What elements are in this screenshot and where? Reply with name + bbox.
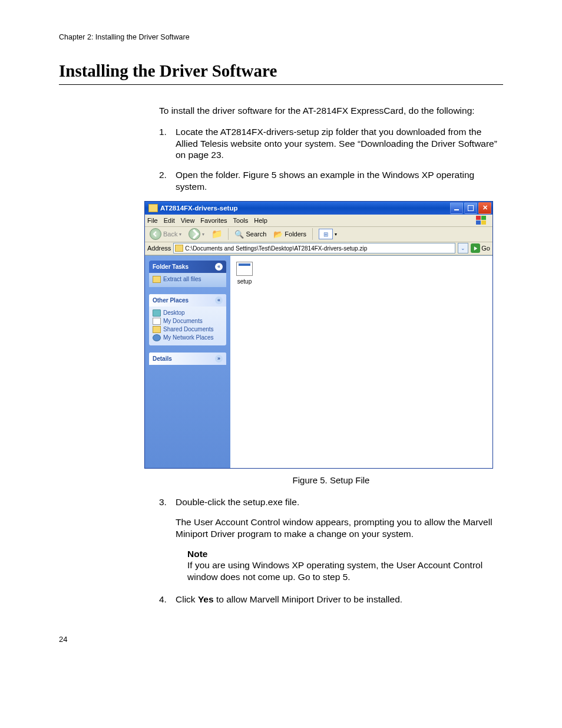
step-number: 1.: [159, 126, 176, 161]
details-header[interactable]: Details »: [149, 353, 226, 365]
other-places-header[interactable]: Other Places «: [149, 294, 226, 307]
setup-file[interactable]: setup: [236, 262, 253, 285]
step-1: 1. Locate the AT2814FX-drivers-setup zip…: [159, 126, 503, 161]
extract-label: Extract all files: [163, 276, 201, 282]
back-label: Back: [163, 230, 177, 238]
step-2: 2. Open the folder. Figure 5 shows an ex…: [159, 169, 503, 193]
zip-folder-icon: [148, 204, 158, 212]
chevron-down-icon: ▾: [335, 232, 337, 237]
step-number: 2.: [159, 169, 176, 193]
minimize-icon: [454, 209, 459, 210]
windows-logo-icon: [472, 216, 490, 225]
step-3-sub: The User Account Control window appears,…: [176, 516, 503, 540]
desktop-link[interactable]: Desktop: [153, 309, 223, 317]
collapse-icon: «: [215, 263, 223, 271]
shared-documents-label: Shared Documents: [163, 326, 214, 332]
menu-bar: File Edit View Favorites Tools Help: [145, 215, 492, 227]
step-number: 4.: [159, 594, 176, 605]
search-label: Search: [246, 230, 266, 238]
folders-label: Folders: [285, 230, 306, 238]
toolbar-separator: [228, 228, 229, 240]
folders-button[interactable]: 📂 Folders: [271, 229, 309, 239]
go-label: Go: [481, 245, 490, 252]
up-folder-icon: 📁: [211, 229, 222, 239]
note-block: Note If you are using Windows XP operati…: [187, 548, 503, 583]
my-network-label: My Network Places: [163, 334, 214, 341]
go-button[interactable]: Go: [471, 243, 490, 253]
menu-view[interactable]: View: [181, 217, 195, 224]
toolbar: Back ▾ ▾ 📁 🔍 Search 📂 Folders ⊞: [145, 227, 492, 242]
up-button[interactable]: 📁: [209, 228, 224, 240]
address-bar: Address C:\Documents and Settings\Test\D…: [145, 242, 492, 255]
step-text: Locate the AT2814FX-drivers-setup zip fo…: [176, 126, 503, 161]
toolbar-separator: [312, 228, 313, 240]
other-places-label: Other Places: [153, 297, 189, 304]
folder-tasks-header[interactable]: Folder Tasks «: [149, 261, 226, 273]
folder-tasks-panel: Folder Tasks « Extract all files: [149, 261, 226, 287]
intro-paragraph: To install the driver software for the A…: [159, 105, 503, 117]
step-text: Click Yes to allow Marvell Miniport Driv…: [176, 594, 503, 605]
chevron-down-icon: ▾: [179, 232, 181, 237]
folder-icon: [153, 326, 161, 333]
window-titlebar[interactable]: AT2814FX-drivers-setup ✕: [145, 202, 492, 215]
svg-rect-2: [476, 220, 481, 225]
minimize-button[interactable]: [450, 202, 463, 214]
shared-documents-link[interactable]: Shared Documents: [153, 325, 223, 334]
address-dropdown-button[interactable]: ⌄: [458, 243, 468, 253]
back-arrow-icon: [150, 228, 161, 240]
address-label: Address: [147, 245, 171, 252]
document-page: Chapter 2: Installing the Driver Softwar…: [0, 0, 562, 679]
step-3: 3. Double-click the setup.exe file.: [159, 496, 503, 508]
document-icon: [153, 318, 161, 325]
menu-file[interactable]: File: [147, 217, 158, 224]
extract-all-files-link[interactable]: Extract all files: [153, 275, 223, 284]
close-icon: ✕: [482, 204, 488, 212]
folder-tasks-label: Folder Tasks: [153, 263, 189, 270]
details-label: Details: [153, 355, 172, 362]
menu-tools[interactable]: Tools: [233, 217, 249, 224]
svg-rect-0: [476, 216, 481, 220]
tasks-sidebar: Folder Tasks « Extract all files Other P…: [145, 256, 230, 468]
network-icon: [153, 334, 161, 341]
page-number: 24: [59, 635, 503, 644]
application-icon: [236, 262, 253, 276]
explorer-body: Folder Tasks « Extract all files Other P…: [145, 255, 492, 468]
file-name-label: setup: [237, 278, 252, 285]
chevron-down-icon: ⌄: [461, 245, 465, 251]
figure-caption: Figure 5. Setup File: [159, 475, 503, 486]
forward-button[interactable]: ▾: [186, 228, 207, 241]
menu-favorites[interactable]: Favorites: [200, 217, 227, 224]
step-text: Double-click the setup.exe file.: [176, 496, 503, 508]
running-header: Chapter 2: Installing the Driver Softwar…: [59, 33, 503, 41]
yes-bold: Yes: [198, 594, 214, 604]
page-title: Installing the Driver Software: [59, 61, 503, 85]
other-places-panel: Other Places « Desktop My Documents: [149, 294, 226, 345]
my-documents-label: My Documents: [163, 318, 203, 324]
close-button[interactable]: ✕: [478, 202, 491, 214]
desktop-label: Desktop: [163, 309, 185, 316]
note-text: If you are using Windows XP operating sy…: [187, 559, 503, 583]
folder-icon: [153, 276, 161, 283]
chevron-down-icon: ▾: [202, 232, 204, 237]
svg-rect-3: [481, 220, 486, 225]
xp-explorer-window: AT2814FX-drivers-setup ✕ File Edit View …: [144, 201, 493, 469]
menu-edit[interactable]: Edit: [164, 217, 175, 224]
address-input[interactable]: C:\Documents and Settings\Test\Desktop\A…: [173, 243, 455, 253]
zip-folder-icon: [175, 245, 183, 252]
search-button[interactable]: 🔍 Search: [232, 229, 269, 239]
menu-help[interactable]: Help: [254, 217, 267, 224]
body-column-lower: Figure 5. Setup File 3. Double-click the…: [159, 475, 503, 605]
my-network-places-link[interactable]: My Network Places: [153, 334, 223, 342]
back-button[interactable]: Back ▾: [147, 228, 184, 241]
details-panel: Details »: [149, 353, 226, 365]
collapse-icon: «: [215, 297, 223, 304]
note-label: Note: [187, 548, 503, 560]
maximize-button[interactable]: [464, 202, 477, 214]
views-button[interactable]: ⊞ ▾: [316, 228, 339, 240]
maximize-icon: [468, 205, 474, 211]
expand-icon: »: [215, 355, 223, 363]
file-content-area[interactable]: setup: [230, 256, 492, 468]
my-documents-link[interactable]: My Documents: [153, 317, 223, 325]
svg-rect-1: [481, 216, 486, 220]
window-title: AT2814FX-drivers-setup: [160, 205, 450, 212]
